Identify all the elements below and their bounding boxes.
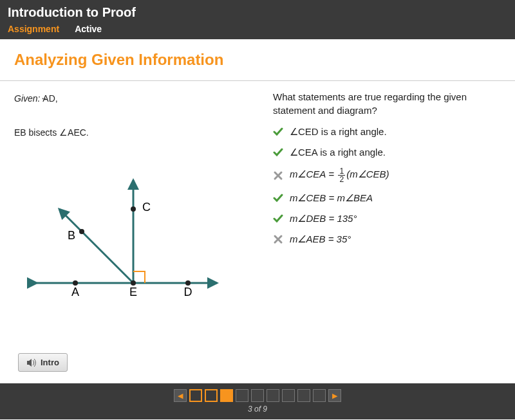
page-box-6[interactable] (267, 389, 279, 402)
check-icon (273, 147, 283, 158)
pager: ◀ ▶ (174, 389, 341, 402)
answer-option[interactable]: ∠CEA is a right angle. (273, 147, 501, 158)
svg-point-7 (79, 229, 84, 234)
prev-button[interactable]: ◀ (174, 389, 187, 402)
intro-button[interactable]: Intro (18, 353, 68, 372)
label-D: D (184, 286, 192, 298)
answer-text: m∠CEB = m∠BEA (290, 192, 373, 204)
page-box-3-current[interactable] (220, 389, 233, 402)
given-rest: bisects ∠AEC. (26, 127, 89, 138)
right-column: What statements are true regarding the g… (265, 90, 501, 324)
course-title: Introduction to Proof (8, 5, 507, 20)
diagram: A E D C B (24, 167, 265, 324)
speaker-icon (26, 358, 37, 367)
intro-button-label: Intro (41, 358, 59, 367)
page-box-8[interactable] (297, 389, 310, 402)
geometry-diagram: A E D C B (24, 167, 230, 322)
label-C: C (142, 201, 151, 214)
label-B: B (68, 229, 75, 242)
answer-option[interactable]: m∠DEB = 135° (273, 213, 501, 224)
check-icon (273, 127, 283, 137)
svg-point-4 (131, 280, 136, 286)
label-E: E (129, 286, 137, 298)
check-icon (273, 193, 283, 203)
check-icon (273, 214, 283, 224)
answer-text: m∠CEA = 12(m∠CEB) (290, 167, 389, 183)
answer-list: ∠CED is a right angle. ∠CEA is a right a… (273, 126, 501, 245)
page-box-5[interactable] (251, 389, 264, 402)
answer-option[interactable]: ∠CED is a right angle. (273, 126, 501, 138)
body-grid: Given: ↔ AD, → EB bisects ∠AEC. (0, 81, 515, 324)
given-text: Given: ↔ AD, → EB bisects ∠AEC. (14, 90, 265, 142)
section-title: Analyzing Given Information (0, 39, 515, 81)
svg-point-6 (131, 206, 136, 212)
label-A: A (71, 286, 79, 298)
content-area: Analyzing Given Information Given: ↔ AD,… (0, 39, 515, 383)
left-column: Given: ↔ AD, → EB bisects ∠AEC. (14, 90, 265, 324)
page-box-2[interactable] (205, 389, 218, 402)
answer-option[interactable]: m∠AEB = 35° (273, 233, 501, 245)
question-text: What statements are true regarding the g… (273, 90, 501, 117)
svg-point-5 (185, 280, 191, 286)
cross-icon (273, 234, 283, 244)
answer-option[interactable]: m∠CEA = 12(m∠CEB) (273, 167, 501, 183)
answer-text: m∠DEB = 135° (290, 213, 357, 224)
svg-point-3 (73, 280, 78, 286)
header: Introduction to Proof Assignment Active (0, 0, 515, 39)
page-box-4[interactable] (236, 389, 248, 402)
cross-icon (273, 170, 283, 181)
header-tabs: Assignment Active (8, 24, 507, 34)
page-box-9[interactable] (313, 389, 326, 402)
answer-text: ∠CEA is a right angle. (290, 147, 386, 158)
svg-line-2 (59, 209, 133, 283)
next-button[interactable]: ▶ (328, 389, 341, 402)
answer-text: m∠AEB = 35° (290, 233, 351, 245)
given-label: Given: (14, 93, 40, 104)
pager-text: 3 of 9 (248, 405, 267, 414)
page-box-7[interactable] (282, 389, 295, 402)
answer-text: ∠CED is a right angle. (290, 126, 387, 138)
tab-assignment[interactable]: Assignment (8, 24, 59, 34)
tab-active[interactable]: Active (75, 24, 102, 34)
page-box-1[interactable] (189, 389, 202, 402)
answer-option[interactable]: m∠CEB = m∠BEA (273, 192, 501, 204)
footer: ◀ ▶ 3 of 9 (0, 383, 515, 419)
